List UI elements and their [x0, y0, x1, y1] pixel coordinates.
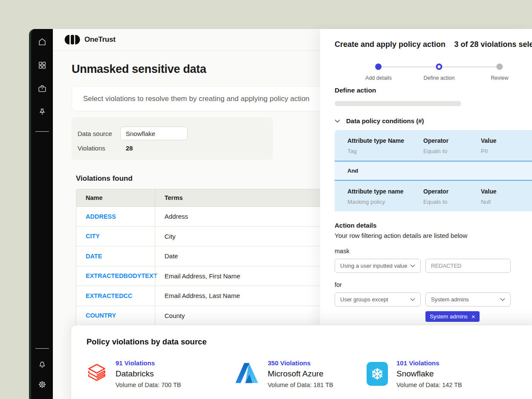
databricks-logo-icon — [87, 363, 107, 385]
violation-name-link[interactable]: DATE — [76, 253, 155, 260]
violation-name-link[interactable]: EXTRACTEDCC — [76, 292, 155, 299]
source-volume: Volume of Data: 181 TB — [268, 382, 333, 388]
selected-group-chip[interactable]: System admins × — [425, 311, 480, 322]
violation-name-link[interactable]: COUNTRY — [76, 312, 155, 319]
conditions-heading: Data policy conditions (#) — [346, 117, 424, 124]
mask-label: mask — [335, 248, 532, 254]
condition-row: Attribute type Name Operator Value Tag E… — [335, 130, 532, 161]
condition-col-header: Attribute type name — [347, 188, 423, 195]
violation-name-link[interactable]: CITY — [76, 233, 155, 240]
source-volume: Volume of Data: 700 TB — [116, 382, 181, 388]
condition-col-header: Attribute type Name — [347, 137, 423, 144]
mask-method-value: Using a user inputted value — [340, 263, 408, 269]
mask-value-input[interactable]: REDACTED — [425, 259, 511, 273]
chevron-down-icon — [410, 264, 415, 267]
settings-gear-icon[interactable] — [37, 379, 47, 390]
source-name: Snowflake — [396, 369, 462, 379]
onetrust-logo-icon — [64, 34, 80, 45]
condition-col-header: Operator — [423, 137, 481, 144]
source-card-databricks[interactable]: 91 Violations Databricks Volume of Data:… — [87, 359, 234, 388]
column-header-name: Name — [76, 194, 155, 201]
panel-title: Create and apply policy action — [335, 40, 445, 49]
filter-summary-box: Data source Snowflake Violations 28 — [72, 117, 273, 160]
onetrust-logo-text: OneTrust — [84, 35, 116, 44]
home-icon[interactable] — [37, 37, 47, 47]
source-volume: Volume of Data: 142 TB — [396, 382, 462, 388]
chip-remove-icon[interactable]: × — [471, 313, 475, 320]
step-label: Add details — [365, 75, 392, 81]
define-action-heading: Define action — [335, 87, 532, 94]
condition-col-header: Value — [481, 188, 532, 195]
source-violations-count: 350 Violations — [268, 359, 333, 367]
sidebar-divider — [35, 131, 49, 132]
instruction-banner-text: Select violations to resolve them by cre… — [83, 95, 309, 103]
action-details-subtitle: Your row filtering action details are li… — [335, 232, 532, 239]
source-card-azure[interactable]: 350 Violations Microsoft Azure Volume of… — [234, 359, 367, 388]
step-label: Define action — [424, 75, 455, 81]
data-source-value: Snowflake — [126, 130, 155, 137]
condition-row: Attribute type name Operator Value Maski… — [335, 181, 532, 211]
panel-title-row: Create and apply policy action 3 of 28 v… — [335, 40, 532, 49]
data-source-input[interactable]: Snowflake — [120, 127, 188, 140]
briefcase-icon[interactable] — [37, 84, 47, 94]
step-review[interactable]: Review — [491, 64, 509, 81]
chevron-down-icon — [335, 119, 340, 123]
step-define-action[interactable]: Define action — [424, 64, 455, 81]
action-details-heading: Action details — [335, 222, 532, 229]
step-dot-complete — [375, 64, 382, 70]
snowflake-logo-icon — [367, 362, 388, 386]
source-name: Microsoft Azure — [268, 369, 333, 379]
user-group-method-value: User groups except — [340, 296, 388, 303]
conditions-card: Attribute type Name Operator Value Tag E… — [335, 130, 532, 211]
data-source-label: Data source — [78, 130, 120, 137]
bell-icon[interactable] — [37, 359, 47, 369]
mask-value-text: REDACTED — [431, 263, 462, 269]
sidebar-divider — [35, 348, 49, 349]
condition-value: Masking policy — [347, 199, 423, 205]
source-violations-count: 91 Violations — [116, 359, 181, 367]
violations-count-label: Violations — [78, 145, 120, 152]
step-add-details[interactable]: Add details — [365, 64, 392, 81]
condition-col-header: Operator — [423, 188, 481, 195]
violations-count-value: 28 — [126, 145, 133, 152]
condition-value: Equals to — [423, 199, 481, 205]
step-dot-upcoming — [497, 64, 503, 70]
sources-heading: Policy violations by data source — [87, 337, 532, 347]
sidebar-bottom-group — [35, 347, 49, 390]
condition-connector: And — [335, 162, 532, 180]
condition-value: Null — [481, 199, 532, 205]
condition-value: PII — [481, 148, 532, 154]
apps-grid-icon[interactable] — [37, 60, 47, 70]
progress-skeleton-bar — [335, 101, 461, 106]
chevron-down-icon — [410, 298, 415, 301]
chip-label: System admins — [430, 313, 468, 320]
app-sidebar — [29, 29, 53, 399]
source-violations-count: 101 Violations — [396, 359, 462, 367]
step-label: Review — [491, 75, 509, 81]
selection-count: 3 of 28 violations selected — [454, 40, 532, 49]
violation-name-link[interactable]: EXTRACTEDBODYTEXT — [76, 272, 155, 279]
user-group-method-select[interactable]: User groups except — [335, 292, 421, 306]
step-dot-current — [436, 64, 442, 70]
violation-name-link[interactable]: ADDRESS — [76, 213, 155, 220]
chevron-down-icon — [500, 298, 505, 301]
user-group-select[interactable]: System admins — [425, 292, 511, 306]
mask-method-select[interactable]: Using a user inputted value — [335, 259, 421, 273]
policy-violations-card: Policy violations by data source 91 Viol… — [71, 325, 532, 399]
condition-value: Tag — [347, 148, 423, 154]
stepper: Add details Define action Review — [335, 58, 532, 85]
condition-col-header: Value — [481, 137, 532, 144]
user-group-value: System admins — [431, 296, 469, 303]
pin-icon[interactable] — [37, 107, 47, 117]
for-label: for — [335, 281, 532, 288]
condition-value: Equals to — [423, 148, 481, 154]
conditions-collapse-toggle[interactable]: Data policy conditions (#) — [335, 117, 532, 124]
source-card-snowflake[interactable]: 101 Violations Snowflake Volume of Data:… — [367, 359, 462, 388]
source-name: Databricks — [116, 369, 181, 379]
azure-logo-icon — [234, 362, 259, 386]
